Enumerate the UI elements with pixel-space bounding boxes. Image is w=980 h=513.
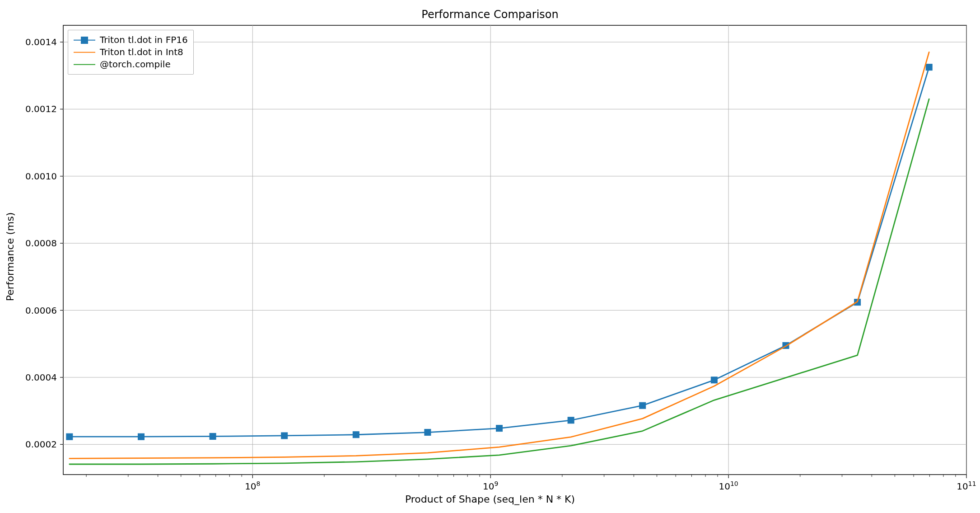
y-tick-label: 0.0008 (0, 238, 57, 249)
legend-label: Triton tl.dot in FP16 (100, 34, 188, 46)
legend-label: @torch.compile (100, 58, 171, 71)
series-line-2 (70, 99, 929, 464)
y-tick-label: 0.0014 (0, 37, 57, 47)
legend-label: Triton tl.dot in Int8 (100, 46, 183, 58)
series-marker (353, 432, 359, 438)
plot-area (0, 0, 980, 513)
y-tick-label: 0.0004 (0, 372, 57, 383)
legend: Triton tl.dot in FP16Triton tl.dot in In… (68, 30, 194, 75)
y-tick-label: 0.0012 (0, 104, 57, 114)
series-marker (138, 433, 144, 440)
legend-swatch (74, 60, 95, 69)
series-marker (711, 377, 717, 383)
legend-entry: @torch.compile (74, 58, 188, 71)
series-marker (926, 64, 932, 71)
series-marker (496, 425, 503, 432)
svg-rect-0 (63, 25, 966, 475)
x-tick-label: 108 (245, 480, 260, 492)
series-marker (66, 433, 73, 440)
legend-entry: Triton tl.dot in FP16 (74, 34, 188, 46)
series-marker (425, 429, 431, 436)
x-tick-label: 1010 (719, 480, 738, 492)
series-marker (568, 417, 574, 424)
x-tick-label: 1011 (957, 480, 976, 492)
y-tick-label: 0.0010 (0, 171, 57, 182)
legend-swatch (74, 48, 95, 57)
y-tick-label: 0.0006 (0, 305, 57, 316)
series-marker (281, 433, 288, 439)
series-marker (639, 402, 646, 409)
legend-entry: Triton tl.dot in Int8 (74, 46, 188, 58)
y-tick-label: 0.0002 (0, 439, 57, 450)
chart-container: Performance Comparison Performance (ms) … (0, 0, 980, 513)
legend-swatch (74, 36, 95, 45)
x-tick-label: 109 (483, 480, 498, 492)
series-marker (210, 433, 216, 439)
series-line-1 (70, 52, 929, 458)
series-line-0 (70, 67, 929, 437)
